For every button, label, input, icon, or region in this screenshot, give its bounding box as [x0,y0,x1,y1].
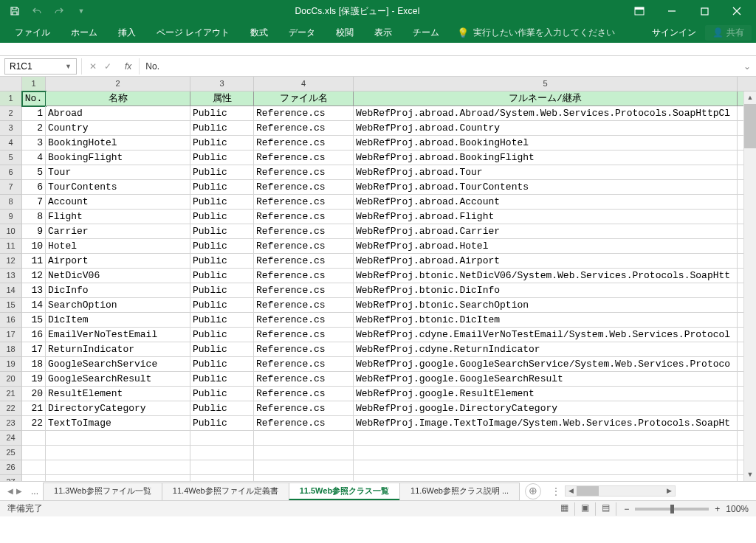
sheet-tab[interactable]: 11.6Web参照クラス説明 ... [399,483,520,500]
cell[interactable]: WebRefProj.btonic.NetDicV06/System.Web.S… [354,269,738,283]
sheet-tabs-overflow[interactable]: ⋮ [547,486,565,497]
cell[interactable]: 21 [22,401,46,416]
cell[interactable]: WebRefProj.abroad.Country [354,121,738,136]
tab-home[interactable]: ホーム [61,22,108,43]
cell[interactable]: DicItem [46,313,190,328]
scrollbar-thumb[interactable] [744,104,756,148]
tab-view[interactable]: 表示 [364,22,402,43]
signin-link[interactable]: サインイン [652,27,696,39]
cell[interactable] [22,446,46,460]
cell[interactable]: Reference.cs [254,387,354,401]
row-header[interactable]: 5 [0,151,22,165]
cell[interactable]: Public [190,224,254,239]
cell[interactable]: Reference.cs [254,283,354,298]
cell[interactable]: 6 [22,180,46,195]
row-header[interactable]: 25 [0,446,22,460]
cell[interactable]: GoogleSearchService [46,357,190,372]
cell[interactable]: Reference.cs [254,416,354,431]
cell[interactable]: WebRefProj.btonic.DicInfo [354,283,738,298]
cell[interactable]: Reference.cs [254,195,354,210]
cell[interactable]: Reference.cs [254,328,354,342]
column-header[interactable]: 3 [190,77,254,91]
cell[interactable]: 2 [22,121,46,136]
cell[interactable]: WebRefProj.cdyne.EmailVerNoTestEmail/Sys… [354,328,738,342]
tab-file[interactable]: ファイル [4,22,61,43]
cell[interactable] [354,431,738,446]
cell[interactable]: 18 [22,357,46,372]
expand-formula-bar-button[interactable]: ⌄ [738,61,756,72]
cell[interactable]: 17 [22,342,46,357]
cell[interactable] [190,446,254,460]
cell[interactable]: WebRefProj.abroad.Tour [354,165,738,180]
fx-icon[interactable]: fx [125,61,131,72]
cell[interactable] [46,460,190,475]
scroll-down-button[interactable]: ▼ [744,468,756,481]
row-header[interactable]: 2 [0,106,22,121]
zoom-in-button[interactable]: + [715,504,720,514]
cell[interactable]: Reference.cs [254,224,354,239]
cell[interactable]: Reference.cs [254,357,354,372]
cell[interactable]: WebRefProj.abroad.Flight [354,210,738,224]
cell[interactable]: WebRefProj.abroad.Abroad/System.Web.Serv… [354,106,738,121]
enter-formula-button[interactable]: ✓ [104,61,111,72]
zoom-slider[interactable] [635,508,709,511]
cell[interactable]: BookingFlight [46,151,190,165]
row-header[interactable]: 24 [0,431,22,446]
zoom-level[interactable]: 100% [726,504,749,514]
row-header[interactable]: 27 [0,475,22,481]
cell[interactable]: ファイル名 [254,91,354,106]
row-header[interactable]: 19 [0,357,22,372]
cell[interactable]: 22 [22,416,46,431]
cell[interactable]: Account [46,195,190,210]
row-header[interactable]: 10 [0,224,22,239]
cell[interactable]: 9 [22,224,46,239]
cell[interactable]: WebRefProj.abroad.Account [354,195,738,210]
cell[interactable] [254,431,354,446]
cell[interactable]: 10 [22,239,46,254]
cell[interactable]: WebRefProj.abroad.Hotel [354,239,738,254]
cell[interactable]: WebRefProj.abroad.BookingFlight [354,151,738,165]
cell[interactable]: WebRefProj.abroad.Carrier [354,224,738,239]
horizontal-scrollbar[interactable]: ◀ ▶ [565,485,676,497]
cell[interactable]: 名称 [46,91,190,106]
cell[interactable]: Public [190,387,254,401]
cell[interactable]: 16 [22,328,46,342]
cell[interactable]: DirectoryCategory [46,401,190,416]
maximize-button[interactable] [688,1,721,21]
cell[interactable]: TextToImage [46,416,190,431]
cell[interactable]: Reference.cs [254,269,354,283]
cell[interactable]: フルネーム/継承 [354,91,738,106]
cell[interactable] [254,460,354,475]
cell[interactable]: Public [190,283,254,298]
row-header[interactable]: 8 [0,195,22,210]
cell[interactable]: 8 [22,210,46,224]
cell[interactable]: WebRefProj.google.DirectoryCategory [354,401,738,416]
cell[interactable]: Public [190,165,254,180]
cell[interactable]: Tour [46,165,190,180]
cell[interactable] [46,446,190,460]
cancel-formula-button[interactable]: ✕ [89,61,97,72]
cell[interactable] [22,475,46,481]
cell[interactable]: Country [46,121,190,136]
tab-formulas[interactable]: 数式 [240,22,278,43]
cell[interactable]: Reference.cs [254,313,354,328]
cell[interactable]: 11 [22,254,46,269]
cell[interactable]: Public [190,372,254,387]
cell[interactable] [254,475,354,481]
cell[interactable]: Reference.cs [254,136,354,151]
sheet-nav-buttons[interactable]: ◀▶ [3,487,27,495]
cell[interactable]: Reference.cs [254,180,354,195]
cell[interactable]: WebRefProj.abroad.TourContents [354,180,738,195]
tab-page-layout[interactable]: ページ レイアウト [146,22,240,43]
cell[interactable]: 12 [22,269,46,283]
cell[interactable]: Carrier [46,224,190,239]
formula-input[interactable]: No. [140,61,738,72]
cell[interactable]: NetDicV06 [46,269,190,283]
row-header[interactable]: 26 [0,460,22,475]
row-header[interactable]: 15 [0,298,22,313]
row-header[interactable]: 23 [0,416,22,431]
cell[interactable]: ResultElement [46,387,190,401]
cell[interactable]: 7 [22,195,46,210]
cell[interactable]: Reference.cs [254,151,354,165]
cell[interactable]: WebRefProj.btonic.SearchOption [354,298,738,313]
